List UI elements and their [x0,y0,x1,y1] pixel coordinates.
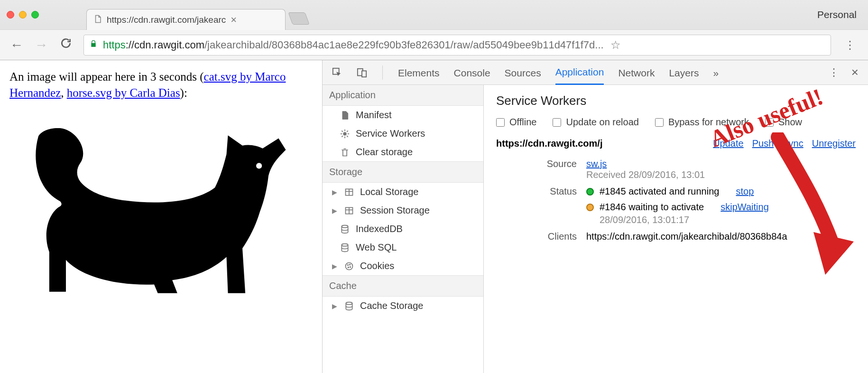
new-tab-button[interactable] [288,12,309,25]
offline-checkbox[interactable] [496,118,505,127]
devtools-tabbar: Elements Console Sources Application Net… [323,60,868,85]
status-dot-orange-icon [586,204,594,211]
device-icon[interactable] [357,67,367,78]
cookie-icon [344,261,354,271]
close-icon[interactable]: × [231,14,237,26]
back-button[interactable]: ← [9,37,24,53]
devtools-close-icon[interactable]: × [851,65,859,80]
option-show[interactable]: Show [765,117,802,128]
status1-text: #1845 activated and running [600,186,719,197]
sidebar-item-cookies[interactable]: ▶ Cookies [323,257,483,275]
sidebar-item-cache-storage[interactable]: ▶ Cache Storage [323,297,483,315]
inspect-icon[interactable] [332,67,342,78]
page-intro: An image will appear here in 3 seconds (… [9,69,313,101]
sidebar-item-websql[interactable]: Web SQL [323,238,483,257]
browser-menu-button[interactable]: ⋮ [841,38,859,52]
tab-network[interactable]: Network [618,61,655,84]
url-host: ://cdn.rawgit.com [126,39,204,51]
label-clients: Clients [496,231,577,242]
devtools-main: Service Workers Offline Update on reload… [484,85,868,373]
svg-point-21 [347,264,349,266]
svg-point-20 [346,262,353,270]
action-skipwaiting[interactable]: skipWaiting [720,202,769,213]
sidebar-item-indexeddb[interactable]: IndexedDB [323,220,483,238]
action-push[interactable]: Push [752,138,774,149]
page-viewport: An image will appear here in 3 seconds (… [0,60,323,373]
sw-status-waiting: #1846 waiting to activate skipWaiting [586,202,856,213]
sidebar-item-service-workers[interactable]: Service Workers [323,124,483,143]
chevron-right-icon: ▶ [332,207,337,214]
reload-button[interactable] [59,37,73,53]
sw-actions: Update Push Sync Unregister [713,138,856,149]
link-horse-svg[interactable]: horse.svg by Carla Dias [67,86,180,99]
sw-source-received: Received 28/09/2016, 13:01 [586,169,705,180]
sidebar-item-clear-storage[interactable]: Clear storage [323,143,483,161]
sidebar-item-manifest[interactable]: Manifest [323,106,483,124]
option-bypass-for-network[interactable]: Bypass for network [655,117,749,128]
svg-line-10 [342,136,343,137]
show-checkbox[interactable] [765,118,774,127]
tabs-overflow[interactable]: » [713,61,719,84]
table-icon [344,205,354,216]
label-source: Source [496,159,577,180]
browser-tab[interactable]: https://cdn.rawgit.com/jakearc × [86,9,286,30]
address-bar[interactable]: https://cdn.rawgit.com/jakearchibald/803… [83,35,831,56]
toolbar: ← → https://cdn.rawgit.com/jakearchibald… [0,29,868,60]
svg-line-9 [347,136,348,137]
trash-icon [340,147,350,158]
tab-elements[interactable]: Elements [398,61,440,84]
service-workers-title: Service Workers [496,93,856,108]
status-dot-green-icon [586,188,594,196]
database-icon [344,301,354,311]
devtools-menu-icon[interactable]: ⋮ [829,66,839,79]
svg-point-25 [346,302,352,304]
table-icon [344,187,354,197]
option-offline[interactable]: Offline [496,117,536,128]
profile-label[interactable]: Personal [817,9,861,20]
url-protocol: https [103,39,126,51]
gear-icon [340,129,350,139]
status2-time: 28/09/2016, 13:01:17 [600,214,856,225]
chevron-right-icon: ▶ [332,262,337,270]
devtools-panel: Elements Console Sources Application Net… [323,60,868,373]
sidebar-group-storage: Storage [323,161,483,183]
option-update-on-reload[interactable]: Update on reload [553,117,638,128]
action-update[interactable]: Update [713,138,744,149]
sw-clients-value: https://cdn.rawgit.com/jakearchibald/803… [586,231,856,242]
tab-bar: https://cdn.rawgit.com/jakearc × Persona… [0,0,868,29]
window-close-button[interactable] [7,11,14,19]
bypass-network-checkbox[interactable] [655,118,664,127]
window-zoom-button[interactable] [31,11,39,19]
svg-rect-2 [362,71,366,77]
action-stop[interactable]: stop [736,186,754,197]
update-on-reload-checkbox[interactable] [553,118,561,127]
devtools-sidebar: Application Manifest Service Workers Cle… [323,85,484,373]
sidebar-item-session-storage[interactable]: ▶ Session Storage [323,201,483,220]
svg-point-24 [350,266,351,268]
database-icon [340,242,350,253]
tab-application[interactable]: Application [555,60,604,85]
sw-origin: https://cdn.rawgit.com/j [496,138,602,149]
sw-status-activated: #1845 activated and running stop [586,186,856,197]
database-icon [340,224,350,234]
sidebar-item-local-storage[interactable]: ▶ Local Storage [323,183,483,201]
tab-sources[interactable]: Sources [505,61,541,84]
bookmark-star-icon[interactable]: ☆ [610,38,621,52]
tab-layers[interactable]: Layers [669,61,699,84]
intro-text: An image will appear here in 3 seconds ( [9,70,204,83]
service-workers-options: Offline Update on reload Bypass for netw… [496,117,856,128]
forward-button[interactable]: → [34,37,48,53]
tab-console[interactable]: Console [454,61,490,84]
svg-point-18 [342,225,348,227]
lock-icon [90,39,97,50]
sidebar-group-application: Application [323,85,483,106]
window-minimize-button[interactable] [19,11,27,19]
action-unregister[interactable]: Unregister [812,138,856,149]
action-sync[interactable]: Sync [782,138,803,149]
cat-image [9,103,313,326]
svg-point-19 [342,243,348,246]
svg-point-22 [349,264,351,265]
tab-title: https://cdn.rawgit.com/jakearc [107,15,226,25]
file-icon [93,15,102,25]
sw-source-link[interactable]: sw.js [586,159,607,169]
